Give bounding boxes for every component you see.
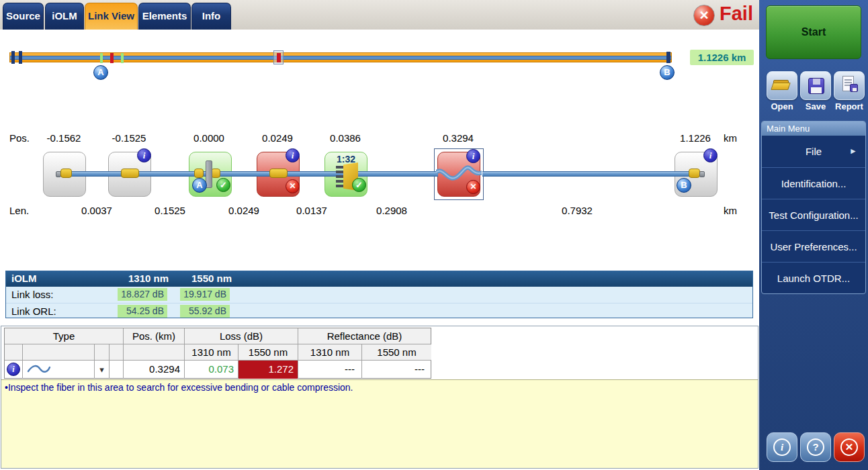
connector-icon — [194, 169, 204, 178]
element-detail-panel: Type Pos. (km) Loss (dB) Reflectance (dB… — [1, 326, 758, 469]
pos-value: 0.0000 — [179, 132, 239, 144]
link-orl-1550-value: 55.92 dB — [180, 305, 230, 318]
submenu-arrow-icon: ► — [849, 136, 857, 167]
connector-icon — [689, 169, 700, 178]
info-badge-icon: i — [466, 149, 480, 163]
diagnostic-message-area: •Inspect the fiber in this area to searc… — [1, 379, 758, 468]
menu-item-launch-otdr[interactable]: Launch OTDR... — [762, 262, 865, 293]
save-button-label: Save — [798, 101, 833, 113]
overview-connector-mark — [666, 52, 670, 63]
link-loss-1310-value: 18.827 dB — [118, 288, 167, 301]
info-button[interactable]: i — [767, 432, 797, 462]
menu-item-user-preferences[interactable]: User Preferences... — [762, 230, 865, 262]
pos-column-header: Pos. (km) — [124, 328, 185, 344]
report-button-label: Report — [830, 101, 868, 113]
splice-icon — [269, 169, 288, 178]
row-info-cell: i — [5, 361, 23, 379]
len-value: 0.0137 — [281, 205, 342, 216]
main-menu-title: Main Menu — [762, 122, 865, 136]
menu-item-label: File — [806, 146, 822, 157]
info-badge-icon: i — [286, 148, 300, 162]
fail-badge-icon: ✕ — [286, 179, 300, 193]
element-detail-table: Type Pos. (km) Loss (dB) Reflectance (dB… — [4, 328, 431, 379]
link-orl-row: Link ORL: 54.25 dB 55.92 dB — [6, 303, 752, 319]
overview-selected-element[interactable] — [273, 50, 284, 64]
tab-info[interactable]: Info — [191, 3, 231, 30]
len-value: 0.0037 — [67, 205, 127, 216]
fail-status-icon: ✕ — [693, 5, 715, 26]
pos-row-label: Pos. — [9, 132, 30, 144]
link-loss-label: Link loss: — [11, 289, 54, 300]
close-button[interactable]: ✕ — [834, 432, 865, 462]
len-value: 0.7932 — [547, 205, 607, 216]
save-button[interactable] — [800, 71, 831, 100]
overview-fail-mark — [277, 53, 281, 62]
main-menu: Main Menu File ► Identification... Test … — [761, 121, 866, 294]
tab-bar: Source iOLM Link View Elements Info ✕ Fa… — [0, 0, 759, 30]
loss-column-header: Loss (dB) — [185, 328, 298, 344]
close-icon: ✕ — [840, 438, 858, 456]
link-loss-1550-value: 19.917 dB — [180, 288, 230, 301]
help-icon: ? — [807, 438, 824, 456]
summary-header: iOLM 1310 nm 1550 nm — [6, 271, 752, 287]
tab-link-view[interactable]: Link View — [85, 3, 138, 30]
chevron-down-icon: ▾ — [99, 365, 104, 375]
refl-1550-subheader: 1550 nm — [362, 344, 431, 361]
connector-icon — [699, 171, 705, 177]
macrobend-type-icon — [27, 363, 51, 375]
len-value: 0.1525 — [140, 205, 200, 216]
link-overview-bar[interactable] — [9, 52, 672, 62]
pos-value: -0.1562 — [34, 132, 94, 144]
pos-value: 0.0386 — [315, 132, 376, 144]
info-badge-icon: i — [703, 148, 718, 162]
menu-item-identification[interactable]: Identification... — [762, 167, 865, 199]
pass-badge-icon: ✓ — [352, 178, 366, 192]
pos-unit: km — [717, 132, 744, 144]
pos-value: 0.3294 — [428, 132, 488, 144]
info-icon: i — [773, 438, 791, 456]
element-type-cell — [23, 361, 95, 379]
pos-value: 0.0249 — [247, 132, 308, 144]
marker-a-balloon: A — [93, 65, 108, 80]
report-button[interactable] — [834, 71, 865, 100]
tab-source[interactable]: Source — [3, 3, 44, 30]
iolm-summary-table: iOLM 1310 nm 1550 nm Link loss: 18.827 d… — [5, 271, 753, 318]
tab-iolm[interactable]: iOLM — [45, 3, 84, 30]
type-dropdown-button[interactable]: ▾ — [95, 361, 110, 379]
overview-fail-mark — [110, 53, 114, 63]
info-badge-icon: i — [137, 148, 151, 162]
refl-1310-value: --- — [298, 361, 362, 379]
len-unit: km — [717, 205, 744, 216]
overview-connector-mark — [19, 51, 22, 64]
diagnostic-message: •Inspect the fiber in this area to searc… — [5, 382, 353, 393]
len-value: 0.0249 — [214, 205, 274, 216]
menu-item-test-configuration[interactable]: Test Configuration... — [762, 199, 865, 230]
overview-pass-mark — [100, 53, 103, 63]
help-button[interactable]: ? — [800, 432, 831, 462]
tab-elements[interactable]: Elements — [138, 3, 191, 30]
iolm-application-window: Source iOLM Link View Elements Info ✕ Fa… — [0, 0, 868, 470]
control-sidebar: Start Open Save Report Main Menu File ► … — [759, 0, 868, 470]
menu-item-file[interactable]: File ► — [762, 136, 865, 167]
len-value: 0.2908 — [361, 205, 422, 216]
summary-title: iOLM — [11, 273, 37, 284]
link-loss-row: Link loss: 18.827 dB 19.917 dB — [6, 287, 752, 303]
wavelength-1550-header: 1550 nm — [185, 273, 238, 284]
wavelength-1310-header: 1310 nm — [122, 273, 175, 284]
marker-a-balloon: A — [192, 178, 207, 193]
pos-value: -0.1525 — [99, 132, 159, 144]
fail-status-label: Fail — [720, 3, 753, 25]
loss-1310-value: 0.073 — [185, 361, 238, 379]
open-button-label: Open — [763, 101, 801, 113]
start-button[interactable]: Start — [766, 5, 861, 59]
element-pos-value: 0.3294 — [124, 361, 185, 379]
overview-fiber-line — [10, 56, 671, 60]
marker-b-balloon: B — [677, 178, 691, 193]
open-button[interactable] — [767, 71, 797, 100]
connector-icon — [211, 169, 220, 178]
splice-icon — [121, 169, 139, 178]
connector-icon — [60, 169, 72, 178]
info-badge-icon: i — [7, 363, 20, 376]
splitter-ratio-label: 1:32 — [324, 154, 367, 164]
marker-b-balloon: B — [660, 65, 675, 80]
